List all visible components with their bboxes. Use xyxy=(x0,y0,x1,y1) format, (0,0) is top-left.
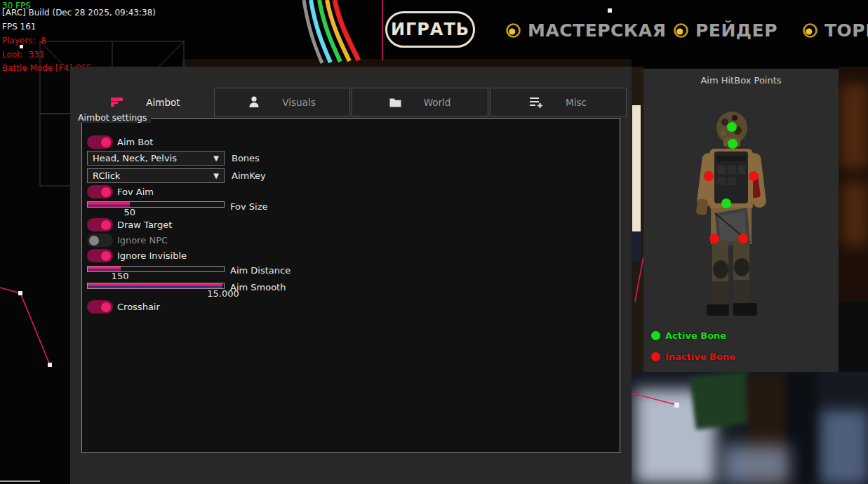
ignore-invisible-label: Ignore Invisible xyxy=(117,250,187,261)
build-label: [ARC] Build (Dec 28 2025, 09:43:38) xyxy=(2,8,156,18)
ignore-invisible-toggle[interactable] xyxy=(87,249,113,262)
toggle-knob xyxy=(101,187,111,197)
crosshair-label: Crosshair xyxy=(117,302,160,312)
menu-item-label: РЕЙДЕР xyxy=(695,20,777,41)
aim-smooth-label: Aim Smooth xyxy=(230,282,286,293)
draw-target-label: Draw Target xyxy=(117,220,172,230)
menu-item-trader[interactable]: ТОРГО xyxy=(802,20,868,41)
aimkey-dropdown-value: RClick xyxy=(93,170,120,181)
toggle-knob xyxy=(101,251,111,261)
hitbox-point-pelvis xyxy=(721,199,731,208)
menu-item-label: ТОРГО xyxy=(824,20,868,41)
hitbox-point-right-shoulder xyxy=(749,171,759,181)
tab-label: Visuals xyxy=(282,97,315,108)
aimkey-dropdown[interactable]: RClick ▼ xyxy=(87,168,225,183)
group-title: Aimbot settings xyxy=(74,112,151,123)
bones-dropdown[interactable]: Head, Neck, Pelvis ▼ xyxy=(87,151,225,166)
legend-label: Inactive Bone xyxy=(665,351,735,362)
fov-size-slider[interactable] xyxy=(87,201,225,208)
playlist-add-icon xyxy=(530,97,543,108)
coin-icon xyxy=(802,22,818,39)
menu-item-label: МАСТЕРСКАЯ xyxy=(528,20,666,41)
aim-smooth-slider[interactable] xyxy=(87,283,225,289)
tab-label: World xyxy=(424,97,451,108)
hitbox-point-right-thigh xyxy=(738,234,748,243)
hitbox-panel: Aim HitBox Points xyxy=(643,69,839,372)
crosshair-toggle[interactable] xyxy=(87,300,113,314)
loot-label: Loot: 331 xyxy=(2,50,44,60)
cheat-menu-panel: Aimbot Visuals World Misc xyxy=(70,67,632,484)
coin-icon xyxy=(673,22,689,39)
aim-distance-label: Aim Distance xyxy=(230,265,291,276)
aimkey-label: AimKey xyxy=(232,170,266,181)
fps-label: FPS 161 xyxy=(2,22,36,32)
hitbox-point-left-shoulder xyxy=(704,171,714,181)
toggle-knob xyxy=(89,236,99,246)
inactive-bone-dot xyxy=(651,352,660,361)
fov-aim-toggle[interactable] xyxy=(87,185,113,199)
toggle-knob xyxy=(101,137,111,147)
hitbox-point-left-thigh xyxy=(709,234,719,243)
menu-item-raider[interactable]: РЕЙДЕР xyxy=(673,20,777,41)
folder-icon xyxy=(389,98,401,107)
pistol-icon xyxy=(111,98,123,107)
tab-world[interactable]: World xyxy=(352,88,488,116)
aim-distance-slider[interactable] xyxy=(87,266,225,272)
bones-label: Bones xyxy=(232,153,260,163)
slider-fill xyxy=(88,202,130,207)
hitbox-point-head xyxy=(727,122,737,132)
legend-label: Active Bone xyxy=(665,330,726,341)
active-bone-dot xyxy=(651,331,660,340)
fov-aim-label: Fov Aim xyxy=(117,187,154,197)
tab-label: Aimbot xyxy=(146,97,180,108)
play-button[interactable]: ИГРАТЬ xyxy=(385,11,475,48)
aim-bot-label: Aim Bot xyxy=(117,137,153,147)
aim-distance-value: 150 xyxy=(112,271,129,281)
toggle-knob xyxy=(101,220,111,230)
fov-size-value: 50 xyxy=(123,207,135,217)
menu-item-workshop[interactable]: МАСТЕРСКАЯ xyxy=(505,20,666,41)
legend-active-bone: Active Bone xyxy=(651,330,726,341)
play-button-label: ИГРАТЬ xyxy=(391,20,469,39)
tab-visuals[interactable]: Visuals xyxy=(214,88,350,116)
toggle-knob xyxy=(101,302,111,312)
person-icon xyxy=(248,96,260,108)
screen: 30 FPS [ARC] Build (Dec 28 2025, 09:43:3… xyxy=(0,0,868,484)
tab-label: Misc xyxy=(566,97,587,108)
aim-bot-toggle[interactable] xyxy=(87,135,113,149)
ignore-npc-label: Ignore NPC xyxy=(117,235,168,246)
hitbox-points xyxy=(643,69,839,372)
draw-target-toggle[interactable] xyxy=(87,218,113,231)
bones-dropdown-value: Head, Neck, Pelvis xyxy=(93,153,177,163)
tab-misc[interactable]: Misc xyxy=(490,88,627,116)
slider-fill xyxy=(88,283,222,288)
chevron-down-icon: ▼ xyxy=(213,172,219,180)
ignore-npc-toggle[interactable] xyxy=(87,234,113,247)
chevron-down-icon: ▼ xyxy=(213,154,219,162)
hitbox-point-neck xyxy=(728,139,737,149)
fov-size-label: Fov Size xyxy=(230,201,267,212)
legend-inactive-bone: Inactive Bone xyxy=(651,351,735,362)
coin-icon xyxy=(505,22,521,39)
players-label: Players: 8 xyxy=(2,36,46,46)
